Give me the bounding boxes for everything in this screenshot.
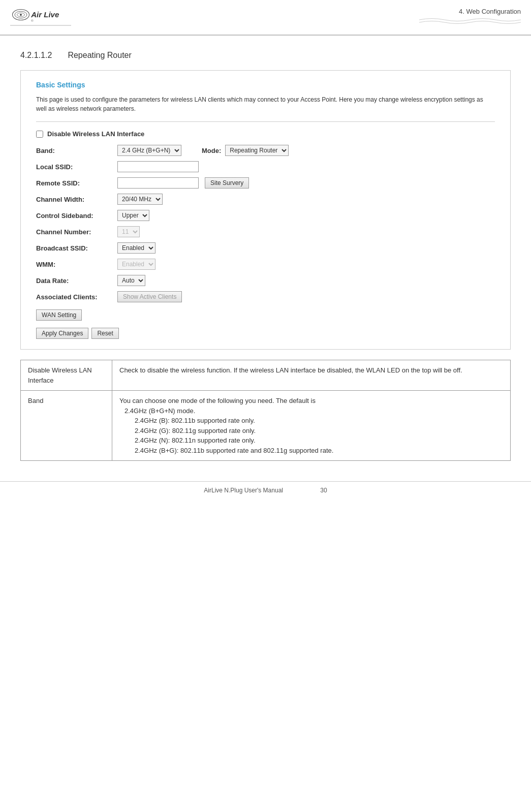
svg-text:Air Live: Air Live [30,10,59,19]
broadcast-ssid-label: Broadcast SSID: [36,244,117,252]
section-title: Repeating Router [68,51,131,59]
mode-label: Mode: [202,147,221,154]
table-row: Disable Wireless LAN Interface Check to … [21,360,511,391]
mode-select[interactable]: Repeating Router [225,145,289,156]
logo-area: Air Live ® [10,5,71,30]
section-heading: 4.2.1.1.2 Repeating Router [20,51,511,60]
local-ssid-label: Local SSID: [36,163,117,171]
band-mode-row: Band: 2.4 GHz (B+G+N) Mode: Repeating Ro… [36,145,495,156]
data-rate-select[interactable]: Auto [117,275,145,286]
band-select[interactable]: 2.4 GHz (B+G+N) [117,145,181,156]
control-sideband-label: Control Sideband: [36,212,117,220]
main-content: 4.2.1.1.2 Repeating Router Basic Setting… [0,36,531,471]
airlive-logo: Air Live ® [10,5,71,30]
form-panel: Basic Settings This page is used to conf… [20,70,511,350]
remote-ssid-row: Remote SSID: Site Survery [36,177,495,189]
page-header: Air Live ® 4. Web Configuration [0,0,531,36]
data-rate-row: Data Rate: Auto [36,275,495,286]
footer-label: AirLive N.Plug User's Manual [204,487,283,494]
band-sub-n: 2.4GHz (N): 802.11n supported rate only. [135,435,503,446]
site-survey-button[interactable]: Site Survery [205,177,249,189]
wave-decoration [419,17,521,25]
wmm-select[interactable]: Enabled [117,259,155,270]
wmm-row: WMM: Enabled [36,259,495,270]
associated-clients-label: Associated Clients: [36,293,117,301]
channel-number-label: Channel Number: [36,228,117,236]
broadcast-ssid-row: Broadcast SSID: Enabled [36,242,495,254]
channel-number-row: Channel Number: 11 [36,226,495,237]
svg-point-3 [20,14,22,16]
mode-part: Mode: Repeating Router [202,145,289,156]
reset-button[interactable]: Reset [91,328,118,339]
local-ssid-row: Local SSID: [36,161,495,172]
band-sub-g: 2.4GHz (G): 802.11g supported rate only. [135,426,503,436]
basic-settings-title: Basic Settings [36,81,495,89]
description-table: Disable Wireless LAN Interface Check to … [20,360,511,461]
channel-width-row: Channel Width: 20/40 MHz [36,194,495,205]
remote-ssid-label: Remote SSID: [36,179,117,187]
disable-wireless-checkbox[interactable] [36,131,43,138]
control-sideband-row: Control Sideband: Upper [36,210,495,221]
broadcast-ssid-select[interactable]: Enabled [117,242,155,254]
svg-text:®: ® [31,19,34,22]
channel-width-select[interactable]: 20/40 MHz [117,194,163,205]
data-rate-label: Data Rate: [36,277,117,285]
band-label: Band: [36,147,117,154]
disable-wireless-label: Disable Wireless LAN Interface [47,130,144,138]
band-item-main: 2.4GHz (B+G+N) mode. [124,406,503,416]
show-active-clients-button[interactable]: Show Active Clients [117,291,182,302]
band-sub-bg: 2.4GHz (B+G): 802.11b supported rate and… [135,446,503,456]
wan-setting-button[interactable]: WAN Setting [36,309,82,321]
wmm-label: WMM: [36,261,117,268]
page-number: 30 [320,487,327,494]
band-part: Band: 2.4 GHz (B+G+N) [36,145,181,156]
page-title: 4. Web Configuration [419,5,521,26]
remote-ssid-input[interactable] [117,177,199,189]
table-row: Band You can choose one mode of the foll… [21,391,511,461]
description-text: This page is used to configure the param… [36,95,495,122]
page-footer: AirLive N.Plug User's Manual 30 [0,481,531,499]
wan-setting-row: WAN Setting [36,309,495,321]
table-term-disable: Disable Wireless LAN Interface [21,360,112,391]
disable-wireless-row: Disable Wireless LAN Interface [36,130,495,138]
local-ssid-input[interactable] [117,161,199,172]
table-def-band: You can choose one mode of the following… [112,391,511,461]
band-sub-b: 2.4GHz (B): 802.11b supported rate only. [135,416,503,426]
control-sideband-select[interactable]: Upper [117,210,149,221]
channel-width-label: Channel Width: [36,196,117,203]
table-def-disable: Check to disable the wireless function. … [112,360,511,391]
apply-reset-row: Apply Changes Reset [36,328,495,339]
section-number: 4.2.1.1.2 [20,51,52,59]
table-term-band: Band [21,391,112,461]
associated-clients-row: Associated Clients: Show Active Clients [36,291,495,302]
apply-changes-button[interactable]: Apply Changes [36,328,88,339]
channel-number-select[interactable]: 11 [117,226,140,237]
